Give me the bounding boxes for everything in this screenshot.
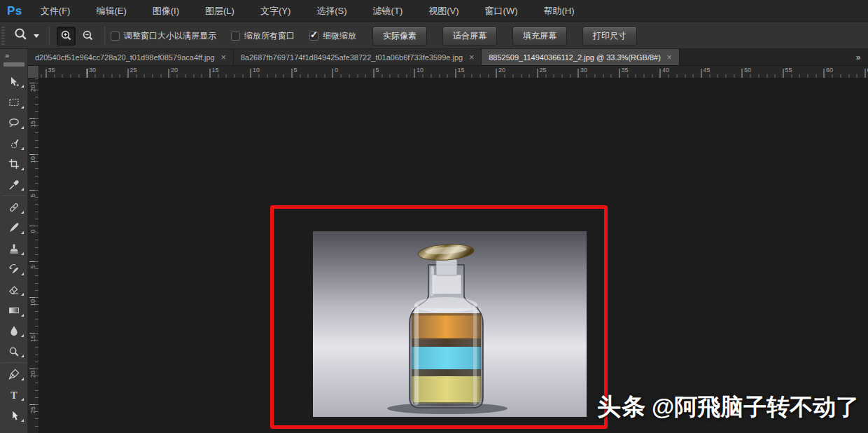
ruler-number: 35 bbox=[622, 67, 629, 74]
checkbox-box[interactable] bbox=[111, 32, 120, 41]
document-tab[interactable]: d20540cf51e964cc728a20_t01d98ef08579aca4… bbox=[28, 49, 234, 65]
tab-overflow-button[interactable]: » bbox=[847, 49, 868, 66]
checkbox-label: 细微缩放 bbox=[323, 30, 356, 42]
tool-clone-stamp[interactable] bbox=[0, 238, 28, 259]
ruler-number: 35 bbox=[48, 67, 55, 74]
menu-bar: Ps 文件(F)编辑(E)图像(I)图层(L)文字(Y)选择(S)滤镜(T)视图… bbox=[0, 0, 868, 22]
tool-spot-healing-brush[interactable] bbox=[0, 197, 28, 217]
menu-item[interactable]: 图层(L) bbox=[197, 0, 243, 22]
check-icon bbox=[310, 29, 318, 40]
document-tab-bar: d20540cf51e964cc728a20_t01d98ef08579aca4… bbox=[28, 49, 868, 66]
tool-rectangular-marquee[interactable] bbox=[0, 92, 28, 112]
zoom-tool-preset-button[interactable] bbox=[9, 25, 43, 46]
ruler-number: 20 bbox=[29, 370, 36, 378]
menu-item[interactable]: 滤镜(T) bbox=[365, 0, 412, 22]
vertical-ruler[interactable]: 20151050510152025 bbox=[28, 78, 39, 433]
tool-pen[interactable] bbox=[0, 364, 28, 384]
menu-item[interactable]: 文字(Y) bbox=[252, 0, 299, 22]
main-menu: 文件(F)编辑(E)图像(I)图层(L)文字(Y)选择(S)滤镜(T)视图(V)… bbox=[32, 0, 592, 22]
close-icon[interactable]: × bbox=[667, 53, 672, 62]
ruler-number: 15 bbox=[458, 67, 465, 74]
tool-move[interactable] bbox=[0, 71, 28, 92]
tool-history-brush[interactable] bbox=[0, 259, 28, 280]
ruler-number: 20 bbox=[171, 67, 178, 74]
panel-collapse-button[interactable]: » bbox=[0, 49, 8, 61]
photoshop-logo: Ps bbox=[0, 4, 32, 18]
divider bbox=[104, 26, 105, 46]
ruler-number: 50 bbox=[744, 67, 751, 74]
ruler-number: 25 bbox=[130, 67, 137, 74]
document-tab[interactable]: 8852509_114940366112_2.jpg @ 33.3%(RGB/8… bbox=[482, 49, 680, 65]
horizontal-ruler[interactable]: 3530252015105051015202530354045505560657… bbox=[28, 66, 868, 78]
document-tab-title: 8852509_114940366112_2.jpg @ 33.3%(RGB/8… bbox=[489, 53, 661, 62]
checkbox-option[interactable]: 缩放所有窗口 bbox=[231, 30, 295, 42]
checkbox-label: 调整窗口大小以满屏显示 bbox=[124, 30, 216, 42]
menu-item[interactable]: 视图(V) bbox=[420, 0, 467, 22]
chevron-double-right-icon: » bbox=[5, 51, 8, 60]
ruler-number: 20 bbox=[29, 84, 36, 92]
menu-item[interactable]: 文件(F) bbox=[32, 0, 79, 22]
watermark-brand: 头条 bbox=[597, 393, 646, 420]
document-tab-title: d20540cf51e964cc728a20_t01d98ef08579aca4… bbox=[35, 53, 215, 62]
zoom-action-button[interactable]: 打印尺寸 bbox=[582, 27, 637, 46]
ruler-origin-corner[interactable] bbox=[28, 66, 39, 78]
ruler-number: 60 bbox=[826, 67, 833, 74]
zoom-out-button[interactable] bbox=[78, 27, 97, 46]
checkbox-option[interactable]: 调整窗口大小以满屏显示 bbox=[111, 30, 216, 42]
checkbox-label: 缩放所有窗口 bbox=[244, 30, 295, 42]
divider bbox=[1, 195, 27, 196]
document-tab-title: 8a2687fb7697174f1d849425afe38722_t01a06b… bbox=[241, 53, 463, 62]
tool-type[interactable]: T bbox=[0, 385, 28, 405]
ruler-number: 10 bbox=[416, 67, 424, 74]
ruler-number: 5 bbox=[29, 191, 36, 200]
menu-item[interactable]: 选择(S) bbox=[308, 0, 355, 22]
options-bar-grip[interactable] bbox=[1, 27, 5, 45]
ruler-number: 15 bbox=[212, 67, 219, 74]
tool-options-bar: 调整窗口大小以满屏显示 缩放所有窗口 细微缩放 实际像素适合屏幕填充屏幕打印尺寸 bbox=[0, 22, 868, 49]
tool-dodge[interactable] bbox=[0, 341, 28, 362]
tool-eyedropper[interactable] bbox=[0, 174, 28, 195]
tool-quick-selection[interactable] bbox=[0, 133, 28, 153]
chevron-down-icon bbox=[34, 34, 39, 38]
tool-crop[interactable] bbox=[0, 154, 28, 174]
canvas-area[interactable]: 头条@阿飛脑子转不动了 bbox=[39, 78, 868, 433]
checkbox-box[interactable] bbox=[231, 32, 240, 41]
tool-brush[interactable] bbox=[0, 218, 28, 238]
ruler-number: 0 bbox=[335, 67, 338, 74]
ruler-number: 5 bbox=[29, 263, 36, 271]
zoom-action-buttons: 实际像素适合屏幕填充屏幕打印尺寸 bbox=[372, 27, 652, 46]
ruler-number: 30 bbox=[89, 67, 96, 74]
ruler-number: 45 bbox=[704, 67, 710, 74]
tool-eraser[interactable] bbox=[0, 280, 28, 300]
tool-gradient[interactable] bbox=[0, 300, 28, 320]
divider bbox=[1, 362, 27, 363]
ruler-number: 25 bbox=[540, 67, 547, 74]
zoom-action-button[interactable]: 适合屏幕 bbox=[442, 27, 497, 46]
close-icon[interactable]: × bbox=[221, 53, 226, 62]
checkbox-option[interactable]: 细微缩放 bbox=[309, 30, 356, 42]
ruler-number: 15 bbox=[29, 334, 36, 343]
menu-item[interactable]: 编辑(E) bbox=[88, 0, 134, 22]
tool-lasso[interactable] bbox=[0, 113, 28, 133]
menu-item[interactable]: 帮助(H) bbox=[536, 0, 583, 22]
divider bbox=[49, 26, 50, 46]
checkbox-box[interactable] bbox=[309, 32, 318, 41]
tool-path-selection[interactable] bbox=[0, 405, 28, 425]
watermark-handle: @阿飛脑子转不动了 bbox=[652, 394, 859, 420]
zoom-in-button[interactable] bbox=[57, 27, 76, 46]
ruler-number: 55 bbox=[785, 67, 792, 74]
menu-item[interactable]: 图像(I) bbox=[144, 0, 188, 22]
tools-panel-grip[interactable] bbox=[4, 62, 24, 67]
ruler-number: 20 bbox=[498, 67, 505, 74]
ruler-number: 10 bbox=[29, 298, 36, 307]
red-annotation-rectangle bbox=[270, 205, 608, 429]
ruler-number: 25 bbox=[29, 406, 36, 414]
zoom-tool-icon bbox=[13, 27, 29, 45]
zoom-action-button[interactable]: 实际像素 bbox=[372, 27, 427, 46]
document-tab[interactable]: 8a2687fb7697174f1d849425afe38722_t01a06b… bbox=[234, 49, 482, 65]
tool-blur[interactable] bbox=[0, 321, 28, 341]
zoom-action-button[interactable]: 填充屏幕 bbox=[512, 27, 567, 46]
tools-panel: » bbox=[0, 49, 28, 433]
menu-item[interactable]: 窗口(W) bbox=[477, 0, 526, 22]
close-icon[interactable]: × bbox=[469, 53, 474, 62]
